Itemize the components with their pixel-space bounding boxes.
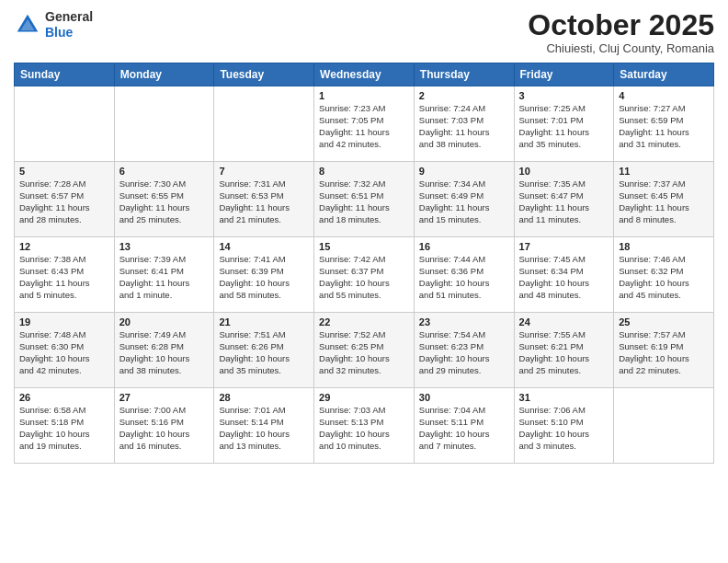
day-number: 13 xyxy=(119,241,210,252)
day-cell: 18Sunrise: 7:46 AM Sunset: 6:32 PM Dayli… xyxy=(614,237,714,313)
day-info: Sunrise: 7:48 AM Sunset: 6:30 PM Dayligh… xyxy=(19,329,109,376)
day-cell xyxy=(114,86,214,162)
day-number: 5 xyxy=(19,166,109,177)
day-cell: 29Sunrise: 7:03 AM Sunset: 5:13 PM Dayli… xyxy=(314,388,415,464)
day-info: Sunrise: 7:41 AM Sunset: 6:39 PM Dayligh… xyxy=(219,254,309,301)
header: General Blue October 2025 Chiuiesti, Clu… xyxy=(14,9,714,55)
day-info: Sunrise: 7:03 AM Sunset: 5:13 PM Dayligh… xyxy=(319,405,409,452)
day-number: 17 xyxy=(519,241,609,252)
day-info: Sunrise: 7:27 AM Sunset: 6:59 PM Dayligh… xyxy=(619,103,709,150)
day-number: 2 xyxy=(419,90,509,101)
day-info: Sunrise: 7:00 AM Sunset: 5:16 PM Dayligh… xyxy=(119,405,210,452)
day-number: 4 xyxy=(619,90,709,101)
day-cell: 16Sunrise: 7:44 AM Sunset: 6:36 PM Dayli… xyxy=(414,237,514,313)
day-cell: 21Sunrise: 7:51 AM Sunset: 6:26 PM Dayli… xyxy=(214,313,314,388)
day-cell: 4Sunrise: 7:27 AM Sunset: 6:59 PM Daylig… xyxy=(614,86,714,162)
day-cell: 26Sunrise: 6:58 AM Sunset: 5:18 PM Dayli… xyxy=(15,388,115,464)
day-info: Sunrise: 7:35 AM Sunset: 6:47 PM Dayligh… xyxy=(519,178,609,225)
day-number: 16 xyxy=(419,241,509,252)
day-cell: 15Sunrise: 7:42 AM Sunset: 6:37 PM Dayli… xyxy=(314,237,415,313)
day-number: 29 xyxy=(319,392,409,403)
day-info: Sunrise: 7:37 AM Sunset: 6:45 PM Dayligh… xyxy=(619,178,709,225)
day-number: 7 xyxy=(219,166,309,177)
day-cell: 3Sunrise: 7:25 AM Sunset: 7:01 PM Daylig… xyxy=(514,86,614,162)
day-cell: 17Sunrise: 7:45 AM Sunset: 6:34 PM Dayli… xyxy=(514,237,614,313)
day-info: Sunrise: 7:42 AM Sunset: 6:37 PM Dayligh… xyxy=(319,254,409,301)
day-cell: 9Sunrise: 7:34 AM Sunset: 6:49 PM Daylig… xyxy=(414,162,514,237)
day-number: 8 xyxy=(319,166,409,177)
day-number: 18 xyxy=(619,241,709,252)
day-info: Sunrise: 7:55 AM Sunset: 6:21 PM Dayligh… xyxy=(519,329,609,376)
day-cell: 25Sunrise: 7:57 AM Sunset: 6:19 PM Dayli… xyxy=(614,313,714,388)
day-cell: 2Sunrise: 7:24 AM Sunset: 7:03 PM Daylig… xyxy=(414,86,514,162)
day-info: Sunrise: 7:45 AM Sunset: 6:34 PM Dayligh… xyxy=(519,254,609,301)
day-info: Sunrise: 7:23 AM Sunset: 7:05 PM Dayligh… xyxy=(319,103,409,150)
col-wednesday: Wednesday xyxy=(314,63,415,86)
day-cell xyxy=(614,388,714,464)
day-cell: 23Sunrise: 7:54 AM Sunset: 6:23 PM Dayli… xyxy=(414,313,514,388)
calendar-table: Sunday Monday Tuesday Wednesday Thursday… xyxy=(14,63,714,464)
day-info: Sunrise: 7:34 AM Sunset: 6:49 PM Dayligh… xyxy=(419,178,509,225)
col-friday: Friday xyxy=(514,63,614,86)
day-cell: 12Sunrise: 7:38 AM Sunset: 6:43 PM Dayli… xyxy=(15,237,115,313)
day-number: 20 xyxy=(119,316,210,327)
day-cell: 5Sunrise: 7:28 AM Sunset: 6:57 PM Daylig… xyxy=(15,162,115,237)
col-tuesday: Tuesday xyxy=(214,63,314,86)
day-info: Sunrise: 7:46 AM Sunset: 6:32 PM Dayligh… xyxy=(619,254,709,301)
month-title: October 2025 xyxy=(528,9,714,41)
title-block: October 2025 Chiuiesti, Cluj County, Rom… xyxy=(528,9,714,55)
day-number: 21 xyxy=(219,316,309,327)
day-number: 27 xyxy=(119,392,210,403)
day-cell: 28Sunrise: 7:01 AM Sunset: 5:14 PM Dayli… xyxy=(214,388,314,464)
day-info: Sunrise: 7:57 AM Sunset: 6:19 PM Dayligh… xyxy=(619,329,709,376)
day-info: Sunrise: 7:06 AM Sunset: 5:10 PM Dayligh… xyxy=(519,405,609,452)
day-number: 11 xyxy=(619,166,709,177)
day-info: Sunrise: 7:32 AM Sunset: 6:51 PM Dayligh… xyxy=(319,178,409,225)
day-number: 19 xyxy=(19,316,109,327)
day-number: 9 xyxy=(419,166,509,177)
day-number: 31 xyxy=(519,392,609,403)
day-cell: 11Sunrise: 7:37 AM Sunset: 6:45 PM Dayli… xyxy=(614,162,714,237)
day-info: Sunrise: 7:31 AM Sunset: 6:53 PM Dayligh… xyxy=(219,178,309,225)
logo-icon xyxy=(14,11,41,39)
day-number: 30 xyxy=(419,392,509,403)
day-number: 23 xyxy=(419,316,509,327)
col-saturday: Saturday xyxy=(614,63,714,86)
day-number: 24 xyxy=(519,316,609,327)
day-number: 28 xyxy=(219,392,309,403)
day-info: Sunrise: 7:44 AM Sunset: 6:36 PM Dayligh… xyxy=(419,254,509,301)
day-cell: 1Sunrise: 7:23 AM Sunset: 7:05 PM Daylig… xyxy=(314,86,415,162)
day-info: Sunrise: 7:25 AM Sunset: 7:01 PM Dayligh… xyxy=(519,103,609,150)
day-number: 1 xyxy=(319,90,409,101)
day-number: 15 xyxy=(319,241,409,252)
day-cell xyxy=(15,86,115,162)
day-cell: 10Sunrise: 7:35 AM Sunset: 6:47 PM Dayli… xyxy=(514,162,614,237)
logo-general: General xyxy=(45,9,93,25)
week-row-4: 19Sunrise: 7:48 AM Sunset: 6:30 PM Dayli… xyxy=(15,313,714,388)
day-number: 14 xyxy=(219,241,309,252)
day-cell: 31Sunrise: 7:06 AM Sunset: 5:10 PM Dayli… xyxy=(514,388,614,464)
day-cell: 30Sunrise: 7:04 AM Sunset: 5:11 PM Dayli… xyxy=(414,388,514,464)
day-info: Sunrise: 7:52 AM Sunset: 6:25 PM Dayligh… xyxy=(319,329,409,376)
col-thursday: Thursday xyxy=(414,63,514,86)
day-cell: 7Sunrise: 7:31 AM Sunset: 6:53 PM Daylig… xyxy=(214,162,314,237)
day-info: Sunrise: 7:49 AM Sunset: 6:28 PM Dayligh… xyxy=(119,329,210,376)
day-number: 26 xyxy=(19,392,109,403)
col-monday: Monday xyxy=(114,63,214,86)
page: General Blue October 2025 Chiuiesti, Clu… xyxy=(0,0,728,563)
day-cell: 13Sunrise: 7:39 AM Sunset: 6:41 PM Dayli… xyxy=(114,237,214,313)
day-number: 25 xyxy=(619,316,709,327)
logo-text: General Blue xyxy=(45,9,93,40)
day-info: Sunrise: 6:58 AM Sunset: 5:18 PM Dayligh… xyxy=(19,405,109,452)
header-row: Sunday Monday Tuesday Wednesday Thursday… xyxy=(15,63,714,86)
day-info: Sunrise: 7:51 AM Sunset: 6:26 PM Dayligh… xyxy=(219,329,309,376)
day-cell xyxy=(214,86,314,162)
day-info: Sunrise: 7:04 AM Sunset: 5:11 PM Dayligh… xyxy=(419,405,509,452)
day-number: 3 xyxy=(519,90,609,101)
col-sunday: Sunday xyxy=(15,63,115,86)
day-cell: 27Sunrise: 7:00 AM Sunset: 5:16 PM Dayli… xyxy=(114,388,214,464)
day-cell: 14Sunrise: 7:41 AM Sunset: 6:39 PM Dayli… xyxy=(214,237,314,313)
day-cell: 22Sunrise: 7:52 AM Sunset: 6:25 PM Dayli… xyxy=(314,313,415,388)
day-number: 10 xyxy=(519,166,609,177)
day-number: 6 xyxy=(119,166,210,177)
